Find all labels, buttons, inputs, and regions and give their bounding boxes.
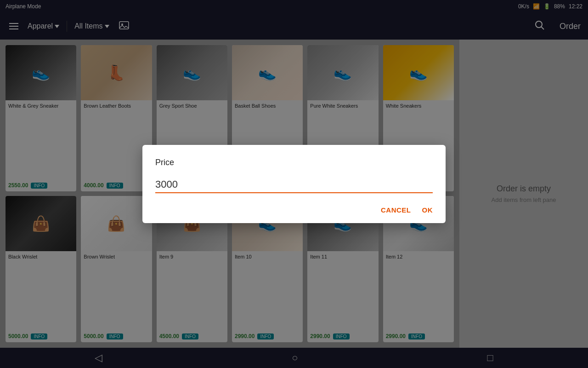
modal-overlay: Price CANCEL OK	[0, 0, 588, 368]
price-input[interactable]	[155, 177, 433, 192]
dialog-actions: CANCEL OK	[155, 206, 433, 214]
price-input-wrapper	[155, 177, 433, 193]
cancel-button[interactable]: CANCEL	[381, 206, 411, 214]
dialog-title: Price	[155, 158, 433, 167]
ok-button[interactable]: OK	[422, 206, 433, 214]
price-dialog: Price CANCEL OK	[142, 145, 446, 223]
